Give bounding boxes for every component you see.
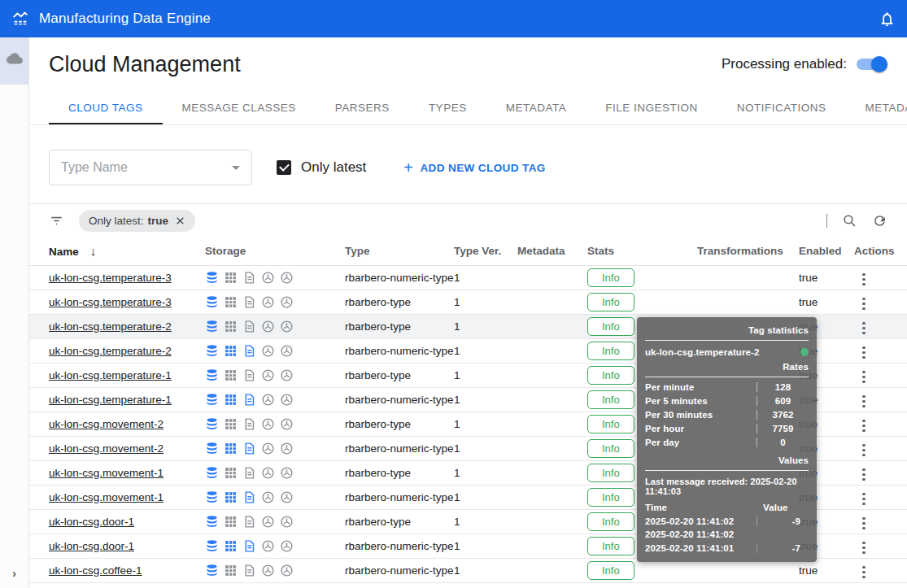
- grid-icon[interactable]: [224, 295, 238, 309]
- tab-metadata-warnings[interactable]: METADATA WARNINGS: [845, 91, 907, 124]
- tag-name-link[interactable]: uk-lon-csg.temperature-1: [49, 394, 172, 406]
- document-icon[interactable]: [242, 320, 256, 333]
- tag-name-link[interactable]: uk-lon-csg.temperature-2: [49, 345, 172, 357]
- gauge-icon[interactable]: [280, 564, 294, 577]
- kebab-icon[interactable]: [854, 490, 874, 509]
- grid-icon[interactable]: [224, 564, 238, 577]
- tag-name-link[interactable]: uk-lon-csg.temperature-3: [49, 296, 172, 308]
- tag-name-link[interactable]: uk-lon-csg.temperature-2: [49, 320, 172, 333]
- grid-icon[interactable]: [224, 442, 238, 455]
- info-button[interactable]: Info: [587, 390, 634, 409]
- grid-icon[interactable]: [224, 417, 238, 431]
- gauge-icon[interactable]: [280, 442, 294, 455]
- gauge-icon[interactable]: [261, 320, 275, 333]
- tag-name-link[interactable]: uk-lon-csg.coffee-1: [49, 564, 142, 577]
- database-icon[interactable]: [205, 417, 219, 431]
- document-icon[interactable]: [242, 564, 256, 577]
- tag-name-link[interactable]: uk-lon-csg.movement-2: [49, 418, 164, 430]
- document-icon[interactable]: [242, 442, 256, 455]
- database-icon[interactable]: [205, 393, 219, 407]
- tab-cloud-tags[interactable]: CLOUD TAGS: [49, 91, 163, 124]
- document-icon[interactable]: [242, 368, 256, 382]
- info-button[interactable]: Info: [587, 464, 634, 482]
- tab-message-classes[interactable]: MESSAGE CLASSES: [163, 91, 316, 124]
- kebab-icon[interactable]: [854, 294, 874, 314]
- gauge-icon[interactable]: [261, 344, 275, 358]
- database-icon[interactable]: [205, 368, 219, 382]
- refresh-icon[interactable]: [872, 213, 887, 229]
- filter-icon[interactable]: [49, 213, 64, 229]
- gauge-icon[interactable]: [280, 490, 294, 504]
- grid-icon[interactable]: [224, 368, 238, 382]
- info-button[interactable]: Info: [587, 512, 634, 531]
- gauge-icon[interactable]: [280, 393, 294, 407]
- grid-icon[interactable]: [224, 271, 238, 285]
- close-icon[interactable]: [175, 216, 185, 226]
- info-button[interactable]: Info: [587, 561, 634, 580]
- document-icon[interactable]: [242, 490, 256, 504]
- database-icon[interactable]: [205, 539, 219, 553]
- gauge-icon[interactable]: [261, 442, 275, 455]
- database-icon[interactable]: [205, 490, 219, 504]
- gauge-icon[interactable]: [261, 417, 275, 431]
- filter-chip-only-latest[interactable]: Only latest: true: [79, 210, 195, 232]
- kebab-icon[interactable]: [854, 441, 874, 460]
- gauge-icon[interactable]: [280, 515, 294, 529]
- database-icon[interactable]: [205, 295, 219, 309]
- grid-icon[interactable]: [224, 515, 238, 529]
- document-icon[interactable]: [242, 271, 256, 285]
- tag-name-link[interactable]: uk-lon-csg.movement-1: [49, 491, 164, 503]
- document-icon[interactable]: [242, 393, 256, 407]
- grid-icon[interactable]: [224, 490, 238, 504]
- info-button[interactable]: Info: [587, 342, 634, 360]
- kebab-icon[interactable]: [854, 416, 874, 436]
- tab-metadata[interactable]: METADATA: [486, 91, 586, 124]
- column-header-name[interactable]: Name↓: [29, 237, 205, 265]
- tab-parsers[interactable]: PARSERS: [316, 91, 409, 124]
- info-button[interactable]: Info: [587, 439, 634, 458]
- tag-name-link[interactable]: uk-lon-csg.temperature-3: [49, 272, 172, 284]
- gauge-icon[interactable]: [280, 368, 294, 382]
- database-icon[interactable]: [205, 271, 219, 285]
- gauge-icon[interactable]: [280, 271, 294, 285]
- grid-icon[interactable]: [224, 539, 238, 553]
- info-button[interactable]: Info: [587, 415, 634, 433]
- gauge-icon[interactable]: [280, 295, 294, 309]
- kebab-icon[interactable]: [854, 319, 874, 338]
- grid-icon[interactable]: [224, 344, 238, 358]
- database-icon[interactable]: [205, 564, 219, 577]
- kebab-icon[interactable]: [854, 270, 874, 290]
- tab-types[interactable]: TYPES: [409, 91, 486, 124]
- database-icon[interactable]: [205, 515, 219, 529]
- document-icon[interactable]: [242, 344, 256, 358]
- info-button[interactable]: Info: [587, 317, 634, 336]
- gauge-icon[interactable]: [261, 466, 275, 480]
- processing-toggle[interactable]: [857, 59, 884, 70]
- tab-file-ingestion[interactable]: FILE INGESTION: [586, 91, 717, 124]
- gauge-icon[interactable]: [261, 393, 275, 407]
- database-icon[interactable]: [205, 466, 219, 480]
- tag-name-link[interactable]: uk-lon-csg.temperature-1: [49, 369, 172, 381]
- chevron-right-icon[interactable]: ›: [0, 566, 28, 580]
- kebab-icon[interactable]: [854, 343, 874, 363]
- database-icon[interactable]: [205, 442, 219, 455]
- document-icon[interactable]: [242, 539, 256, 553]
- gauge-icon[interactable]: [261, 368, 275, 382]
- gauge-icon[interactable]: [280, 417, 294, 431]
- gauge-icon[interactable]: [261, 490, 275, 504]
- gauge-icon[interactable]: [280, 344, 294, 358]
- type-name-select[interactable]: Type Name: [49, 150, 252, 185]
- gauge-icon[interactable]: [280, 320, 294, 333]
- gauge-icon[interactable]: [280, 466, 294, 480]
- database-icon[interactable]: [205, 344, 219, 358]
- database-icon[interactable]: [205, 320, 219, 333]
- info-button[interactable]: Info: [587, 537, 634, 555]
- kebab-icon[interactable]: [854, 563, 874, 582]
- grid-icon[interactable]: [224, 466, 238, 480]
- add-new-cloud-tag-button[interactable]: + ADD NEW CLOUD TAG: [403, 159, 545, 176]
- kebab-icon[interactable]: [854, 392, 874, 412]
- sort-desc-icon[interactable]: ↓: [90, 244, 97, 258]
- tag-name-link[interactable]: uk-lon-csg.movement-2: [49, 442, 164, 455]
- sidebar-item-cloud-management[interactable]: [0, 37, 28, 85]
- tag-name-link[interactable]: uk-lon-csg.door-1: [49, 516, 134, 528]
